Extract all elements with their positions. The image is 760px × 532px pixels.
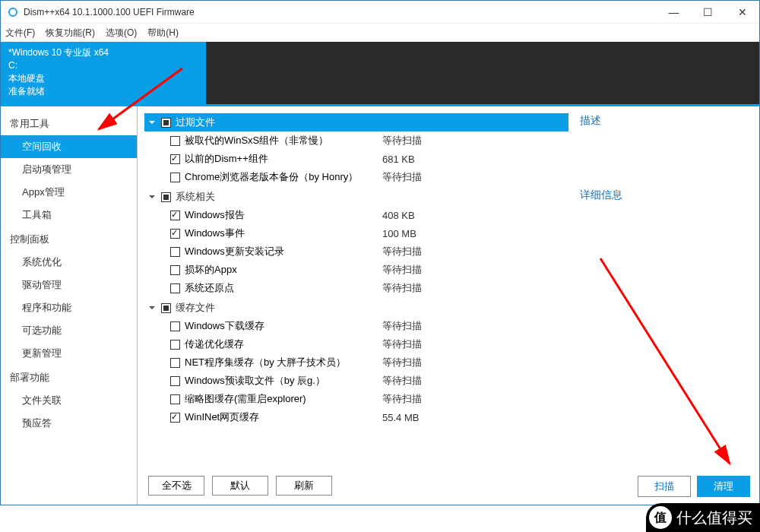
group-label: 缓存文件 bbox=[176, 301, 215, 315]
item-checkbox[interactable] bbox=[170, 136, 180, 146]
item-status: 408 KB bbox=[382, 210, 415, 221]
refresh-button[interactable]: 刷新 bbox=[276, 476, 332, 496]
cleanup-item[interactable]: Windows预读取文件（by 辰g.）等待扫描 bbox=[144, 372, 568, 390]
cleanup-item[interactable]: Windows报告408 KB bbox=[144, 206, 568, 224]
group-label: 过期文件 bbox=[176, 116, 215, 129]
cleanup-item[interactable]: NET程序集缓存（by 大胖子技术员）等待扫描 bbox=[144, 353, 568, 372]
system-info-box[interactable]: *Windows 10 专业版 x64 C: 本地硬盘 准备就绪 bbox=[1, 42, 206, 104]
cleanup-item[interactable]: 系统还原点等待扫描 bbox=[144, 279, 568, 297]
item-checkbox[interactable] bbox=[170, 394, 180, 404]
item-checkbox[interactable] bbox=[170, 283, 180, 293]
item-label: Windows事件 bbox=[185, 226, 382, 240]
collapse-icon[interactable] bbox=[147, 303, 157, 312]
watermark-icon: 值 bbox=[649, 506, 672, 529]
group-header[interactable]: 过期文件 bbox=[144, 113, 568, 131]
cleanup-item[interactable]: 传递优化缓存等待扫描 bbox=[144, 335, 568, 353]
sidebar-item-space-recovery[interactable]: 空间回收 bbox=[1, 135, 137, 158]
watermark: 值 什么值得买 bbox=[646, 503, 760, 532]
sidebar-item-fileassoc[interactable]: 文件关联 bbox=[1, 389, 137, 412]
item-status: 100 MB bbox=[382, 228, 416, 239]
cleanup-item[interactable]: Windows下载缓存等待扫描 bbox=[144, 317, 568, 335]
item-label: 被取代的WinSxS组件（非常慢） bbox=[185, 134, 382, 147]
menu-recovery[interactable]: 恢复功能(R) bbox=[46, 27, 95, 40]
item-status: 等待扫描 bbox=[382, 281, 422, 295]
sidebar-group-deploy: 部署功能 bbox=[1, 365, 137, 389]
item-checkbox[interactable] bbox=[170, 321, 180, 331]
item-status: 等待扫描 bbox=[382, 392, 422, 406]
group-header[interactable]: 缓存文件 bbox=[144, 299, 568, 317]
clean-button[interactable]: 清理 bbox=[697, 476, 750, 497]
item-status: 等待扫描 bbox=[382, 337, 422, 351]
description-label: 描述 bbox=[580, 114, 749, 128]
cleanup-item[interactable]: 被取代的WinSxS组件（非常慢）等待扫描 bbox=[144, 131, 568, 150]
sidebar: 常用工具 空间回收 启动项管理 Appx管理 工具箱 控制面板 系统优化 驱动管… bbox=[1, 106, 138, 505]
collapse-icon[interactable] bbox=[147, 118, 157, 127]
group-checkbox[interactable] bbox=[161, 118, 171, 128]
item-status: 等待扫描 bbox=[382, 374, 422, 388]
item-status: 等待扫描 bbox=[382, 170, 422, 184]
sidebar-item-toolbox[interactable]: 工具箱 bbox=[1, 204, 137, 226]
item-label: Windows更新安装记录 bbox=[185, 245, 382, 258]
info-bar: *Windows 10 专业版 x64 C: 本地硬盘 准备就绪 bbox=[1, 42, 759, 104]
menu-options[interactable]: 选项(O) bbox=[106, 27, 137, 40]
item-checkbox[interactable] bbox=[170, 154, 180, 164]
cleanup-item[interactable]: Windows事件100 MB bbox=[144, 224, 568, 242]
info-drive: C: bbox=[8, 59, 198, 72]
deselect-all-button[interactable]: 全不选 bbox=[148, 476, 204, 496]
item-label: NET程序集缓存（by 大胖子技术员） bbox=[185, 356, 382, 369]
cleanup-item[interactable]: 损坏的Appx等待扫描 bbox=[144, 261, 568, 279]
item-status: 等待扫描 bbox=[382, 245, 422, 258]
cleanup-item[interactable]: 以前的Dism++组件681 KB bbox=[144, 150, 568, 168]
svg-point-0 bbox=[9, 8, 17, 16]
info-disk: 本地硬盘 bbox=[8, 72, 198, 85]
cleanup-item[interactable]: WinINet网页缓存55.4 MB bbox=[144, 408, 568, 426]
item-label: 传递优化缓存 bbox=[185, 337, 382, 351]
item-checkbox[interactable] bbox=[170, 229, 180, 239]
cleanup-item[interactable]: 缩略图缓存(需重启explorer)等待扫描 bbox=[144, 390, 568, 408]
item-label: WinINet网页缓存 bbox=[185, 410, 382, 424]
sidebar-item-unattend[interactable]: 预应答 bbox=[1, 412, 137, 435]
item-status: 等待扫描 bbox=[382, 263, 422, 277]
cleanup-item[interactable]: Chrome浏览器老版本备份（by Honry）等待扫描 bbox=[144, 168, 568, 186]
item-label: Windows预读取文件（by 辰g.） bbox=[185, 374, 382, 388]
group-checkbox[interactable] bbox=[161, 192, 171, 202]
item-checkbox[interactable] bbox=[170, 358, 180, 368]
sidebar-item-driver[interactable]: 驱动管理 bbox=[1, 274, 137, 296]
group-checkbox[interactable] bbox=[161, 303, 171, 313]
sidebar-group-tools: 常用工具 bbox=[1, 111, 137, 135]
info-os: *Windows 10 专业版 x64 bbox=[8, 46, 198, 59]
item-status: 等待扫描 bbox=[382, 134, 422, 147]
sidebar-item-updates[interactable]: 更新管理 bbox=[1, 342, 137, 365]
close-button[interactable]: ✕ bbox=[725, 1, 759, 24]
sidebar-item-appx[interactable]: Appx管理 bbox=[1, 181, 137, 204]
group-header[interactable]: 系统相关 bbox=[144, 188, 568, 206]
sidebar-item-programs[interactable]: 程序和功能 bbox=[1, 296, 137, 319]
item-checkbox[interactable] bbox=[170, 211, 180, 220]
default-button[interactable]: 默认 bbox=[212, 476, 268, 496]
item-label: 系统还原点 bbox=[185, 281, 382, 295]
scan-button[interactable]: 扫描 bbox=[638, 476, 691, 497]
item-checkbox[interactable] bbox=[170, 265, 180, 275]
menu-help[interactable]: 帮助(H) bbox=[147, 27, 179, 40]
sidebar-item-optional[interactable]: 可选功能 bbox=[1, 319, 137, 342]
item-label: Windows下载缓存 bbox=[185, 319, 382, 333]
sidebar-item-sysopt[interactable]: 系统优化 bbox=[1, 251, 137, 274]
item-checkbox[interactable] bbox=[170, 376, 180, 386]
cleanup-item[interactable]: Windows更新安装记录等待扫描 bbox=[144, 242, 568, 261]
menu-file[interactable]: 文件(F) bbox=[5, 27, 35, 40]
cleanup-tree[interactable]: 过期文件被取代的WinSxS组件（非常慢）等待扫描以前的Dism++组件681 … bbox=[144, 112, 569, 470]
item-checkbox[interactable] bbox=[170, 340, 180, 350]
details-label: 详细信息 bbox=[580, 188, 749, 202]
item-checkbox[interactable] bbox=[170, 247, 180, 257]
app-icon bbox=[7, 6, 19, 18]
minimize-button[interactable]: — bbox=[657, 1, 691, 24]
maximize-button[interactable]: ☐ bbox=[691, 1, 725, 24]
item-label: 缩略图缓存(需重启explorer) bbox=[185, 392, 382, 406]
sidebar-group-control: 控制面板 bbox=[1, 226, 137, 251]
item-label: 损坏的Appx bbox=[185, 263, 382, 277]
details-pane: 描述 详细信息 扫描 清理 bbox=[569, 106, 759, 505]
item-checkbox[interactable] bbox=[170, 173, 180, 182]
sidebar-item-startup[interactable]: 启动项管理 bbox=[1, 158, 137, 181]
collapse-icon[interactable] bbox=[147, 192, 157, 201]
item-checkbox[interactable] bbox=[170, 413, 180, 423]
